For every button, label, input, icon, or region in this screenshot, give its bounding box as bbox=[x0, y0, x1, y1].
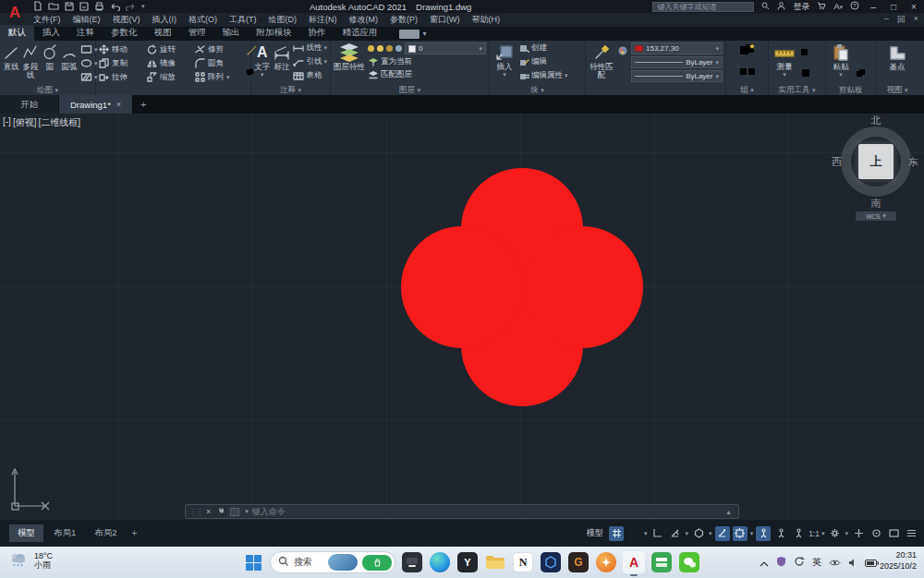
autodesk-apps-icon[interactable]: A▾ bbox=[833, 2, 843, 11]
leader-tool[interactable]: 引线▾ bbox=[293, 56, 327, 67]
grid-toggle-icon[interactable] bbox=[609, 526, 624, 541]
doc-minimize-button[interactable]: – bbox=[884, 14, 889, 26]
start-button[interactable] bbox=[242, 551, 264, 573]
command-line[interactable]: ⋮⋮ × ▾ ▲ bbox=[185, 504, 739, 519]
scale-indicator[interactable]: 1:1▾ bbox=[808, 529, 824, 538]
command-close-icon[interactable]: × bbox=[206, 507, 211, 516]
hexagon-app-icon[interactable] bbox=[540, 551, 562, 573]
object-color-dropdown[interactable]: 153,27,30 ▾ bbox=[631, 42, 723, 54]
clean-screen-icon[interactable] bbox=[886, 526, 901, 541]
iso-toggle-icon[interactable] bbox=[691, 526, 706, 541]
viewcube[interactable]: 北 上 西 东 南 WCS▾ bbox=[832, 114, 920, 224]
task-view-app-icon[interactable] bbox=[401, 551, 423, 573]
green-id-app-icon[interactable] bbox=[650, 551, 673, 573]
viewcube-north-label[interactable]: 北 bbox=[832, 114, 920, 127]
match-layer-tool[interactable]: 匹配图层 bbox=[368, 69, 486, 80]
edge-browser-icon[interactable] bbox=[429, 551, 451, 573]
line-tool[interactable]: 直线 bbox=[3, 42, 19, 84]
tab-close-icon[interactable]: × bbox=[116, 100, 121, 109]
layout-tab-model[interactable]: 模型 bbox=[9, 524, 43, 542]
polar-caret-icon[interactable]: ▾ bbox=[686, 530, 689, 537]
arc-tool[interactable]: 圆弧 bbox=[61, 42, 78, 84]
file-tab-drawing1[interactable]: Drawing1* × bbox=[59, 95, 133, 114]
annotation-visibility-icon[interactable] bbox=[756, 526, 771, 541]
new-tab-button[interactable]: + bbox=[133, 95, 153, 114]
layer-lock-icon[interactable] bbox=[386, 45, 393, 52]
cut-icon[interactable] bbox=[856, 44, 866, 61]
paste-caret-icon[interactable]: ▾ bbox=[839, 71, 843, 78]
insert-block-tool[interactable]: 插入 ▾ bbox=[492, 42, 517, 84]
ellipse-tool[interactable]: ▾ bbox=[80, 58, 98, 68]
search-shop-icon[interactable] bbox=[362, 555, 392, 571]
lineweight-dropdown[interactable]: ByLayer ▾ bbox=[631, 70, 723, 82]
tray-battery-icon[interactable] bbox=[865, 554, 879, 571]
tray-sync-icon[interactable] bbox=[794, 554, 805, 571]
polyline-tool[interactable]: 多段线 bbox=[22, 42, 39, 84]
layer-plot-icon[interactable] bbox=[395, 45, 402, 52]
osnap-caret-icon[interactable]: ▾ bbox=[750, 530, 754, 537]
paste-tool[interactable]: 粘贴 ▾ bbox=[829, 42, 853, 84]
match-properties-tool[interactable]: 特性匹配 bbox=[589, 42, 614, 97]
layer-thaw-icon[interactable] bbox=[377, 45, 383, 52]
osnap-toggle-icon[interactable] bbox=[733, 526, 748, 541]
g-app-icon[interactable]: G bbox=[567, 551, 590, 573]
ribbon-tab-addins[interactable]: 附加模块 bbox=[249, 25, 300, 41]
polar-toggle-icon[interactable] bbox=[668, 526, 683, 541]
edit-attributes-tool[interactable]: 编辑属性▾ bbox=[519, 70, 568, 81]
menu-window[interactable]: 窗口(W) bbox=[430, 14, 460, 26]
tray-shield-icon[interactable] bbox=[776, 554, 786, 571]
base-tool[interactable]: 基点 bbox=[883, 42, 911, 84]
drawing-canvas[interactable]: [-] [俯视] [二维线框] 北 上 西 东 南 WCS▾ ⋮⋮ × bbox=[0, 114, 924, 520]
tray-clock[interactable]: 20:31 2025/10/2 bbox=[880, 549, 917, 572]
close-button[interactable]: × bbox=[907, 2, 920, 12]
autocad-logo-icon[interactable]: A bbox=[2, 0, 28, 25]
viewcube-west-label[interactable]: 西 bbox=[832, 155, 842, 169]
move-tool[interactable]: 移动 bbox=[99, 44, 147, 55]
command-wrench-icon[interactable] bbox=[214, 503, 224, 520]
trim-tool[interactable]: 修剪 bbox=[195, 44, 243, 55]
panel-label-annotate[interactable]: 注释 ▾ bbox=[251, 84, 330, 95]
tray-chevron-icon[interactable] bbox=[760, 554, 769, 571]
ribbon-tab-parametric[interactable]: 参数化 bbox=[103, 25, 146, 41]
command-grip-icon[interactable]: ⋮⋮ bbox=[189, 508, 202, 516]
viewport-style-control[interactable]: [二维线框] bbox=[38, 116, 80, 129]
scale-tool[interactable]: 缩放 bbox=[147, 72, 195, 83]
layout-tab-layout2[interactable]: 布局2 bbox=[86, 524, 125, 542]
leader-caret-icon[interactable]: ▾ bbox=[323, 58, 327, 66]
dimension-tool[interactable]: 标注 bbox=[273, 42, 290, 84]
n-app-icon[interactable]: N bbox=[512, 551, 534, 573]
orange-app-icon[interactable] bbox=[595, 551, 617, 573]
maximize-button[interactable]: □ bbox=[887, 2, 900, 12]
array-tool[interactable]: 阵列▾ bbox=[195, 72, 243, 83]
ribbon-tab-collaborate[interactable]: 协作 bbox=[300, 25, 334, 41]
doc-restore-button[interactable]: 回 bbox=[897, 14, 906, 26]
add-layout-button[interactable]: + bbox=[128, 528, 142, 538]
quick-calc-icon[interactable] bbox=[800, 65, 811, 81]
fillet-tool[interactable]: 圆角 bbox=[195, 58, 243, 69]
color-wheel-icon[interactable] bbox=[617, 43, 628, 60]
insert-caret-icon[interactable]: ▾ bbox=[503, 71, 506, 78]
ribbon-tab-extra-icon[interactable] bbox=[399, 30, 419, 39]
text-caret-icon[interactable]: ▾ bbox=[261, 71, 264, 78]
copy-tool[interactable]: 复制 bbox=[99, 58, 147, 69]
help-icon[interactable]: ? bbox=[850, 1, 859, 12]
panel-label-draw[interactable]: 绘图 ▾ bbox=[0, 84, 95, 95]
store-cart-icon[interactable] bbox=[817, 2, 826, 12]
menu-help[interactable]: 帮助(H) bbox=[472, 14, 501, 26]
text-tool[interactable]: A 文字 ▾ bbox=[254, 42, 270, 84]
ribbon-tab-insert[interactable]: 插入 bbox=[34, 25, 68, 41]
weather-widget[interactable]: 18°C 小雨 bbox=[7, 550, 53, 571]
customization-menu-icon[interactable] bbox=[904, 526, 918, 541]
ribbon-tab-annotate[interactable]: 注释 bbox=[68, 25, 103, 41]
search-highlight-thumb[interactable] bbox=[328, 554, 358, 571]
viewcube-top-face[interactable]: 上 bbox=[858, 144, 894, 179]
layer-dropdown[interactable]: 0 ▾ bbox=[405, 42, 486, 54]
edit-block-tool[interactable]: 编辑 bbox=[519, 56, 568, 67]
isolate-objects-icon[interactable] bbox=[869, 526, 883, 541]
ribbon-options-caret-icon[interactable]: ▾ bbox=[423, 30, 427, 38]
rotate-tool[interactable]: 旋转 bbox=[147, 44, 195, 55]
viewcube-east-label[interactable]: 东 bbox=[908, 155, 918, 169]
otrack-toggle-icon[interactable] bbox=[715, 526, 730, 541]
layer-on-icon[interactable] bbox=[368, 45, 374, 52]
table-tool[interactable]: 表格 bbox=[293, 70, 327, 81]
